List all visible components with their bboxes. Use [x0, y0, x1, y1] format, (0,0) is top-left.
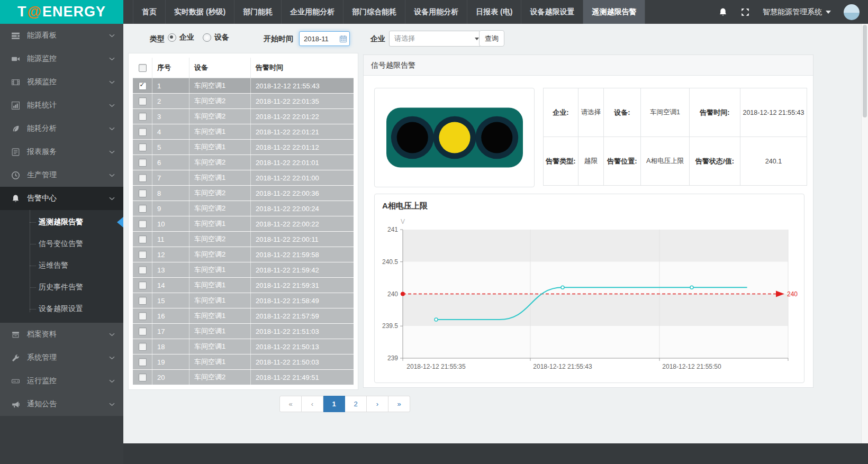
start-time-input[interactable]: 2018-11	[299, 31, 350, 46]
nav-item[interactable]: 部门能耗	[234, 0, 282, 24]
row-checkbox[interactable]	[139, 189, 147, 197]
row-checkbox[interactable]	[139, 297, 147, 305]
sidebar-item[interactable]: 档案资料	[0, 323, 123, 346]
y-axis-unit: V	[401, 218, 405, 225]
scrollbar-thumb[interactable]	[863, 25, 867, 117]
nav-item[interactable]: 设备用能分析	[405, 0, 467, 24]
table-row[interactable]: 15车间空调12018-11-22 21:58:49	[133, 293, 354, 308]
sidebar-subitem[interactable]: 历史事件告警	[0, 276, 123, 298]
row-no: 7	[152, 170, 189, 185]
radio-button[interactable]	[168, 33, 176, 42]
sidebar-item[interactable]: 视频监控	[0, 70, 123, 94]
vertical-scrollbar[interactable]	[861, 24, 868, 443]
sidebar-item[interactable]: 能源看板	[0, 24, 123, 47]
table-row[interactable]: 12车间空调22018-11-22 21:59:58	[133, 247, 354, 262]
system-name-menu[interactable]: 智慧能源管理系统	[763, 7, 831, 17]
sidebar-item[interactable]: 告警中心	[0, 187, 123, 210]
type-radio-option[interactable]: 设备	[203, 33, 229, 42]
page-button[interactable]: ‹	[302, 396, 323, 412]
nav-item[interactable]: 首页	[133, 0, 166, 24]
table-row[interactable]: 20车间空调22018-11-22 21:49:51	[133, 370, 354, 385]
row-checkbox[interactable]	[139, 312, 147, 320]
table-row[interactable]: 16车间空调12018-11-22 21:57:59	[133, 308, 354, 324]
row-time: 2018-11-22 21:59:31	[251, 278, 354, 293]
fullscreen-icon[interactable]	[740, 7, 750, 17]
sidebar-subitem[interactable]: 设备越限设置	[0, 298, 123, 320]
sidebar-subitem[interactable]: 信号变位告警	[0, 233, 123, 254]
row-checkbox[interactable]	[139, 327, 147, 335]
sidebar-item[interactable]: 生产管理	[0, 163, 123, 187]
table-row[interactable]: 3车间空调22018-11-22 22:01:22	[133, 109, 354, 124]
calendar-icon[interactable]	[339, 35, 347, 43]
table-row[interactable]: 10车间空调12018-11-22 22:00:22	[133, 216, 354, 232]
field-value: A相电压上限	[641, 137, 690, 186]
row-device: 车间空调2	[189, 370, 251, 385]
table-row[interactable]: 18车间空调12018-11-22 21:50:13	[133, 339, 354, 354]
page-button[interactable]: ›	[367, 396, 388, 412]
sidebar-subitem[interactable]: 运维告警	[0, 254, 123, 276]
bell-icon[interactable]	[718, 7, 728, 17]
table-row[interactable]: 8车间空调22018-11-22 22:00:36	[133, 186, 354, 201]
nav-item[interactable]: 企业用能分析	[282, 0, 343, 24]
table-row[interactable]: 6车间空调22018-11-22 22:01:01	[133, 155, 354, 170]
row-checkbox[interactable]	[139, 281, 147, 289]
sidebar-item[interactable]: 能耗统计	[0, 94, 123, 117]
page-button[interactable]: »	[388, 396, 410, 412]
row-checkbox[interactable]	[139, 251, 147, 259]
y-tick-label: 239	[387, 354, 398, 362]
enterprise-select[interactable]: 请选择	[389, 31, 484, 47]
row-checkbox-cell	[133, 324, 152, 339]
row-checkbox[interactable]	[139, 82, 147, 90]
radio-button[interactable]	[203, 33, 211, 42]
table-row[interactable]: 14车间空调12018-11-22 21:59:31	[133, 278, 354, 293]
select-all-checkbox[interactable]	[139, 64, 147, 72]
nav-item[interactable]: 实时数据 (秒级)	[166, 0, 234, 24]
sidebar-item[interactable]: 通知公告	[0, 393, 123, 416]
table-row[interactable]: 17车间空调12018-11-22 21:51:03	[133, 324, 354, 339]
page-button[interactable]: «	[279, 396, 302, 412]
sidebar-item[interactable]: 运行监控	[0, 369, 123, 393]
table-row[interactable]: 4车间空调12018-11-22 22:01:21	[133, 124, 354, 140]
row-checkbox[interactable]	[139, 174, 147, 182]
sidebar-item[interactable]: 能源监控	[0, 47, 123, 70]
row-checkbox[interactable]	[139, 266, 147, 274]
row-checkbox[interactable]	[139, 343, 147, 351]
user-avatar[interactable]	[844, 4, 860, 20]
table-row[interactable]: 7车间空调12018-11-22 22:01:00	[133, 170, 354, 186]
row-checkbox[interactable]	[139, 128, 147, 136]
sidebar-subitem[interactable]: 遥测越限告警	[0, 211, 123, 233]
nav-item[interactable]: 遥测越限告警	[583, 0, 645, 24]
system-name: 智慧能源管理系统	[763, 7, 822, 17]
nav-item[interactable]: 部门综合能耗	[343, 0, 405, 24]
sidebar-item[interactable]: 能耗分析	[0, 117, 123, 140]
row-checkbox[interactable]	[139, 235, 147, 243]
table-row[interactable]: 2车间空调22018-11-22 22:01:35	[133, 94, 354, 109]
nav-item[interactable]: 设备越限设置	[521, 0, 583, 24]
type-radio-option[interactable]: 企业	[168, 33, 194, 42]
row-checkbox[interactable]	[139, 143, 147, 151]
row-checkbox[interactable]	[139, 220, 147, 228]
row-checkbox[interactable]	[139, 374, 147, 381]
sidebar-item[interactable]: 报表服务	[0, 140, 123, 163]
row-time: 2018-11-22 21:50:03	[251, 354, 354, 369]
table-row[interactable]: 19车间空调12018-11-22 21:50:03	[133, 354, 354, 370]
row-checkbox-cell	[133, 278, 152, 293]
table-row[interactable]: 11车间空调22018-11-22 22:00:11	[133, 232, 354, 247]
table-row[interactable]: 1车间空调12018-12-12 21:55:43	[133, 78, 354, 94]
row-checkbox-cell	[133, 94, 152, 108]
table-row[interactable]: 13车间空调12018-11-22 21:59:42	[133, 262, 354, 278]
row-checkbox[interactable]	[139, 113, 147, 121]
row-checkbox[interactable]	[139, 159, 147, 167]
table-row[interactable]: 9车间空调22018-11-22 22:00:24	[133, 201, 354, 216]
chevron-down-icon	[109, 34, 115, 38]
search-button[interactable]: 查询	[479, 30, 504, 47]
row-checkbox[interactable]	[139, 205, 147, 213]
row-checkbox[interactable]	[139, 358, 147, 366]
nav-item[interactable]: 日报表 (电)	[467, 0, 521, 24]
page-button[interactable]: 2	[345, 396, 367, 412]
page-button[interactable]: 1	[323, 396, 345, 412]
row-no: 16	[152, 308, 189, 323]
sidebar-item[interactable]: 系统管理	[0, 346, 123, 369]
table-row[interactable]: 5车间空调12018-11-22 22:01:12	[133, 140, 354, 155]
row-checkbox[interactable]	[139, 97, 147, 105]
